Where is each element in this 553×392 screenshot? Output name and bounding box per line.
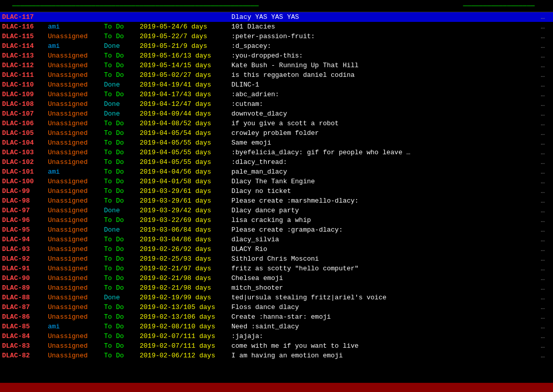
table-row[interactable]: DLAC-100 Unassigned To Do 2019-04-01/58 … — [0, 177, 553, 186]
row-status: Done — [104, 81, 140, 89]
table-row[interactable]: DLAC-87 Unassigned To Do 2019-02-13/105 … — [0, 302, 553, 312]
table-row[interactable]: DLAC-85 ami To Do 2019-02-08/110 days Ne… — [0, 322, 553, 331]
table-row[interactable]: DLAC-104 Unassigned To Do 2019-04-05/55 … — [0, 138, 553, 148]
row-more[interactable]: … — [541, 52, 551, 60]
row-more[interactable]: … — [541, 129, 551, 137]
row-more[interactable]: … — [541, 178, 551, 185]
row-more[interactable]: … — [541, 197, 551, 205]
row-more[interactable]: … — [541, 303, 551, 311]
row-more[interactable]: … — [541, 23, 551, 31]
table-row[interactable]: DLAC-113 Unassigned To Do 2019-05-16/13 … — [0, 51, 553, 61]
row-date: 2019-02-06/112 days — [140, 352, 231, 359]
row-status: To Do — [104, 255, 140, 263]
table-row[interactable]: DLAC-115 Unassigned To Do 2019-05-22/7 d… — [0, 32, 553, 41]
row-more[interactable]: … — [541, 168, 551, 176]
row-id: DLAC-109 — [2, 91, 48, 98]
row-more[interactable]: … — [541, 236, 551, 243]
row-id: DLAC-102 — [2, 158, 48, 166]
row-more[interactable]: … — [541, 91, 551, 98]
row-more[interactable]: … — [541, 100, 551, 108]
row-more[interactable]: … — [541, 207, 551, 214]
table-row[interactable]: DLAC-102 Unassigned To Do 2019-04-05/55 … — [0, 157, 553, 167]
row-status: To Do — [104, 245, 140, 253]
row-assignee: Unassigned — [48, 294, 104, 301]
row-status: To Do — [104, 139, 140, 147]
table-row[interactable]: DLAC-90 Unassigned To Do 2019-02-21/98 d… — [0, 273, 553, 283]
row-assignee: Unassigned — [48, 33, 104, 40]
table-row[interactable]: DLAC-99 Unassigned To Do 2019-03-29/61 d… — [0, 186, 553, 196]
table-row[interactable]: DLAC-111 Unassigned To Do 2019-05-02/27 … — [0, 70, 553, 80]
row-more[interactable]: … — [541, 284, 551, 292]
table-row[interactable]: DLAC-97 Unassigned Done 2019-03-29/42 da… — [0, 206, 553, 215]
row-more[interactable]: … — [541, 13, 551, 21]
table-row[interactable]: DLAC-110 Unassigned Done 2019-04-19/41 d… — [0, 80, 553, 90]
row-status: To Do — [104, 71, 140, 79]
table-row[interactable]: DLAC-96 Unassigned To Do 2019-03-22/69 d… — [0, 215, 553, 225]
row-more[interactable]: … — [541, 149, 551, 156]
row-status: Done — [104, 42, 140, 50]
row-more[interactable]: … — [541, 255, 551, 263]
row-more[interactable]: … — [541, 294, 551, 301]
row-more[interactable]: … — [541, 313, 551, 321]
table-row[interactable]: DLAC-106 Unassigned To Do 2019-04-08/52 … — [0, 119, 553, 128]
row-title: Kate Bush - Running Up That Hill — [231, 62, 541, 69]
table-row[interactable]: DLAC-108 Unassigned Done 2019-04-12/47 d… — [0, 99, 553, 109]
table-row[interactable]: DLAC-103 Unassigned To Do 2019-04-05/55 … — [0, 148, 553, 157]
table-row[interactable]: DLAC-94 Unassigned To Do 2019-03-04/86 d… — [0, 235, 553, 244]
row-more[interactable]: … — [541, 265, 551, 272]
row-assignee: Unassigned — [48, 255, 104, 263]
row-assignee: Unassigned — [48, 81, 104, 89]
table-row[interactable]: DLAC-117 Dlacy YAS YAS YAS … — [0, 12, 553, 22]
row-more[interactable]: … — [541, 81, 551, 89]
row-more[interactable]: … — [541, 120, 551, 127]
table-row[interactable]: DLAC-88 Unassigned Done 2019-02-19/99 da… — [0, 293, 553, 302]
row-date: 2019-03-29/42 days — [140, 207, 231, 214]
row-more[interactable]: … — [541, 71, 551, 79]
row-more[interactable]: … — [541, 187, 551, 195]
row-date: 2019-04-05/55 days — [140, 139, 231, 147]
row-id: DLAC-105 — [2, 129, 48, 137]
row-id: DLAC-96 — [2, 216, 48, 224]
table-row[interactable]: DLAC-82 Unassigned To Do 2019-02-06/112 … — [0, 351, 553, 360]
row-date: 2019-03-06/84 days — [140, 226, 231, 234]
table-row[interactable]: DLAC-83 Unassigned To Do 2019-02-07/111 … — [0, 341, 553, 351]
row-more[interactable]: … — [541, 139, 551, 147]
row-date: 2019-02-21/97 days — [140, 265, 231, 272]
row-status: To Do — [104, 303, 140, 311]
table-row[interactable]: DLAC-92 Unassigned To Do 2019-02-25/93 d… — [0, 254, 553, 264]
row-more[interactable]: … — [541, 332, 551, 340]
row-more[interactable]: … — [541, 42, 551, 50]
row-more[interactable]: … — [541, 323, 551, 330]
row-more[interactable]: … — [541, 216, 551, 224]
row-more[interactable]: … — [541, 226, 551, 234]
table-row[interactable]: DLAC-91 Unassigned To Do 2019-02-21/97 d… — [0, 264, 553, 273]
row-more[interactable]: … — [541, 342, 551, 350]
table-row[interactable]: DLAC-98 Unassigned To Do 2019-03-29/61 d… — [0, 196, 553, 206]
row-more[interactable]: … — [541, 62, 551, 69]
row-date: 2019-02-21/98 days — [140, 284, 231, 292]
row-assignee: Unassigned — [48, 207, 104, 214]
table-row[interactable]: DLAC-109 Unassigned To Do 2019-04-17/43 … — [0, 90, 553, 99]
row-assignee: ami — [48, 42, 104, 50]
table-row[interactable]: DLAC-114 ami Done 2019-05-21/9 days :d_s… — [0, 41, 553, 51]
row-id: DLAC-89 — [2, 284, 48, 292]
table-row[interactable]: DLAC-89 Unassigned To Do 2019-02-21/98 d… — [0, 283, 553, 293]
table-row[interactable]: DLAC-112 Unassigned To Do 2019-05-14/15 … — [0, 61, 553, 70]
row-more[interactable]: … — [541, 352, 551, 359]
table-row[interactable]: DLAC-101 ami To Do 2019-04-04/56 days pa… — [0, 167, 553, 177]
table-row[interactable]: DLAC-116 ami To Do 2019-05-24/6 days 101… — [0, 22, 553, 32]
row-assignee: Unassigned — [48, 120, 104, 127]
row-more[interactable]: … — [541, 158, 551, 166]
row-more[interactable]: … — [541, 33, 551, 40]
row-more[interactable]: … — [541, 274, 551, 282]
row-more[interactable]: … — [541, 110, 551, 118]
row-title: come with me if you want to live — [231, 342, 541, 350]
table-row[interactable]: DLAC-107 Unassigned Done 2019-04-09/44 d… — [0, 109, 553, 119]
table-row[interactable]: DLAC-84 Unassigned To Do 2019-02-07/111 … — [0, 331, 553, 341]
table-row[interactable]: DLAC-105 Unassigned To Do 2019-04-05/54 … — [0, 128, 553, 138]
row-more[interactable]: … — [541, 245, 551, 253]
row-status: To Do — [104, 33, 140, 40]
table-row[interactable]: DLAC-93 Unassigned To Do 2019-02-26/92 d… — [0, 244, 553, 254]
table-row[interactable]: DLAC-86 Unassigned To Do 2019-02-13/106 … — [0, 312, 553, 322]
table-row[interactable]: DLAC-95 Unassigned Done 2019-03-06/84 da… — [0, 225, 553, 235]
